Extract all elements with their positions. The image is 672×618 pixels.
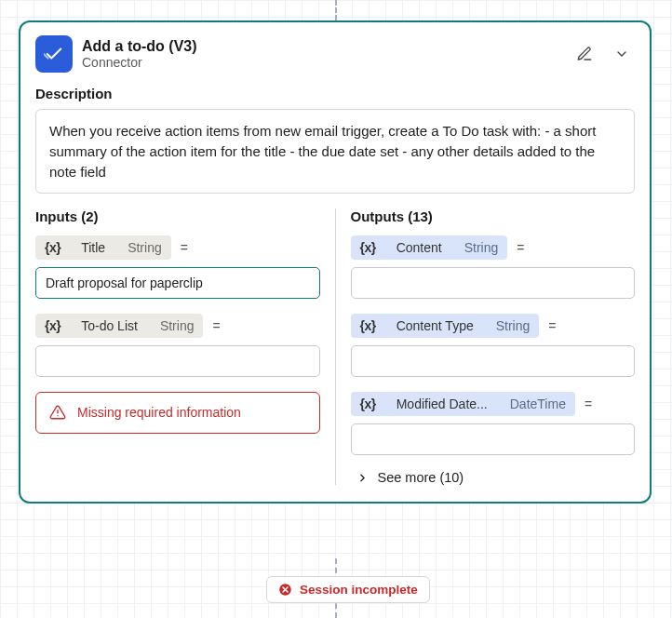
- input-header: {x} To-do List String =: [35, 314, 320, 338]
- input-field-title: {x} Title String =: [35, 235, 320, 299]
- output-header: {x} Content String =: [351, 235, 636, 260]
- chevron-right-icon: [356, 472, 369, 484]
- equals-sign: =: [181, 240, 188, 255]
- modifieddate-output[interactable]: [351, 423, 636, 455]
- output-field-contenttype: {x} Content Type String =: [351, 314, 636, 377]
- header-actions: [571, 41, 635, 67]
- card-titles: Add a to-do (V3) Connector: [82, 37, 562, 71]
- token-chip: {x}: [351, 392, 385, 416]
- field-type: String: [118, 235, 171, 260]
- field-name: Modified Date...: [385, 392, 501, 416]
- title-input[interactable]: [35, 267, 320, 299]
- content-output[interactable]: [351, 267, 636, 299]
- description-label: Description: [35, 86, 635, 101]
- field-name: Content Type: [385, 314, 487, 338]
- todo-app-icon: [35, 35, 73, 73]
- warning-icon: [49, 404, 66, 421]
- action-card: Add a to-do (V3) Connector Description W…: [19, 20, 652, 504]
- status-text: Session incomplete: [300, 583, 418, 597]
- connector-line-top: [335, 0, 337, 20]
- token-chip: {x}: [35, 314, 70, 338]
- io-columns: Inputs (2) {x} Title String = {x} To-do …: [35, 208, 635, 485]
- edit-button[interactable]: [571, 41, 598, 67]
- field-name: Title: [70, 235, 118, 260]
- inputs-title: Inputs (2): [35, 208, 320, 224]
- token-chip: {x}: [35, 235, 70, 260]
- outputs-column: Outputs (13) {x} Content String = {x} Co…: [336, 208, 636, 485]
- field-type: String: [455, 235, 508, 260]
- equals-sign: =: [548, 318, 556, 333]
- input-header: {x} Title String =: [35, 235, 320, 260]
- token-chip: {x}: [351, 235, 385, 260]
- output-header: {x} Content Type String =: [351, 314, 636, 338]
- todolist-input[interactable]: [35, 345, 320, 377]
- card-title: Add a to-do (V3): [82, 37, 562, 55]
- field-type: String: [151, 314, 204, 338]
- output-header: {x} Modified Date... DateTime =: [351, 392, 636, 416]
- description-text: When you receive action items from new e…: [35, 109, 635, 194]
- field-name: Content: [385, 235, 455, 260]
- equals-sign: =: [585, 396, 592, 411]
- field-type: String: [487, 314, 540, 338]
- equals-sign: =: [517, 240, 524, 255]
- contenttype-output[interactable]: [351, 345, 636, 377]
- card-header: Add a to-do (V3) Connector: [35, 35, 635, 73]
- equals-sign: =: [212, 318, 220, 333]
- inputs-column: Inputs (2) {x} Title String = {x} To-do …: [35, 208, 336, 485]
- error-circle-icon: [278, 583, 292, 597]
- validation-error: Missing required information: [35, 392, 320, 434]
- card-subtitle: Connector: [82, 55, 562, 71]
- output-field-content: {x} Content String =: [351, 235, 636, 299]
- session-status-pill[interactable]: Session incomplete: [266, 576, 430, 603]
- output-field-modifieddate: {x} Modified Date... DateTime =: [351, 392, 636, 455]
- see-more-label: See more (10): [378, 470, 464, 485]
- error-text: Missing required information: [77, 404, 241, 422]
- field-name: To-do List: [70, 314, 151, 338]
- input-field-todolist: {x} To-do List String =: [35, 314, 320, 377]
- collapse-button[interactable]: [609, 41, 635, 67]
- field-type: DateTime: [501, 392, 575, 416]
- outputs-title: Outputs (13): [351, 208, 636, 224]
- see-more-button[interactable]: See more (10): [351, 470, 636, 485]
- token-chip: {x}: [351, 314, 385, 338]
- pencil-icon: [576, 46, 593, 62]
- chevron-down-icon: [614, 47, 629, 61]
